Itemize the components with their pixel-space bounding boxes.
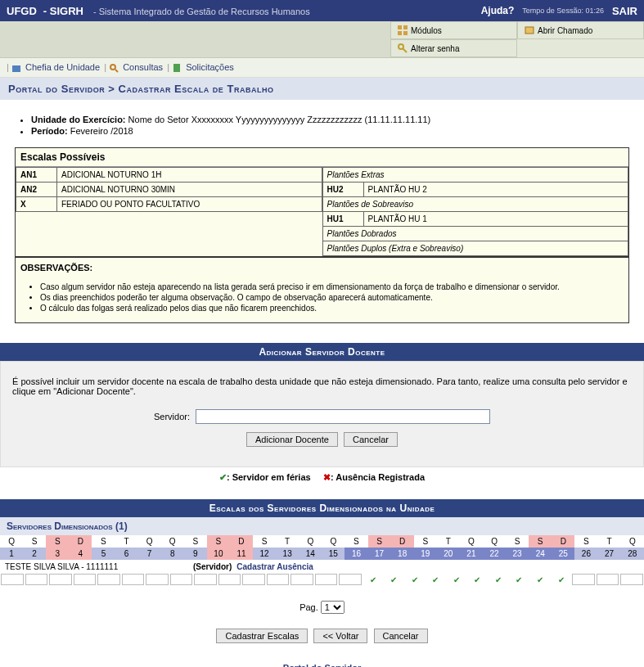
tab-solicitacoes[interactable]: Solicitações	[186, 62, 234, 72]
chefia-icon	[11, 63, 21, 73]
cancelar-docente-button[interactable]: Cancelar	[344, 432, 398, 447]
check-icon: ✔	[412, 575, 418, 584]
day-input-cell[interactable]	[146, 574, 169, 585]
logout-link[interactable]: SAIR	[612, 5, 637, 17]
modules-icon	[398, 25, 408, 35]
tab-consultas[interactable]: Consultas	[123, 62, 163, 72]
day-header: 19	[414, 548, 437, 560]
escala-desc: PLANTÃO HU 1	[363, 212, 628, 227]
escalas-right: Plantões ExtrasHU2PLANTÃO HU 2Plantões d…	[322, 167, 629, 256]
check-icon: ✔	[370, 575, 376, 584]
cadastrar-escalas-button[interactable]: Cadastrar Escalas	[216, 629, 308, 643]
obs-item: O cálculo das folgas será realizado pelo…	[40, 304, 620, 313]
session-time: Tempo de Sessão: 01:26	[522, 7, 604, 15]
weekday-header: T	[115, 535, 137, 548]
weekday-header: S	[253, 535, 276, 548]
obs-item: Os dias preenchidos poderão ter alguma o…	[40, 293, 620, 302]
institution: UFGD	[7, 5, 37, 17]
svg-rect-10	[12, 65, 20, 72]
cancelar-button[interactable]: Cancelar	[374, 629, 428, 643]
svg-line-12	[115, 70, 118, 72]
servidor-type-label: (Servidor)	[193, 562, 232, 571]
cadastrar-ausencia-link[interactable]: Cadastrar Ausência	[236, 562, 313, 571]
menu-alterar-senha[interactable]: Alterar senha	[390, 39, 517, 57]
day-input-cell[interactable]	[267, 574, 290, 585]
legend-ausencia: : Ausência Registrada	[331, 472, 425, 482]
day-header: 3	[46, 548, 69, 560]
day-input-cell[interactable]	[242, 574, 265, 585]
weekday-header: Q	[299, 535, 322, 548]
day-input-cell[interactable]	[170, 574, 193, 585]
key-icon	[398, 43, 408, 53]
weekday-header: S	[207, 535, 230, 548]
svg-rect-13	[173, 64, 180, 72]
day-input-cell[interactable]	[218, 574, 241, 585]
weekday-header: S	[529, 535, 552, 548]
obs-list: Caso algum servidor não esteja aparecend…	[16, 277, 628, 322]
day-input-cell[interactable]	[597, 574, 619, 585]
escala-desc: PLANTÃO HU 2	[363, 183, 628, 197]
day-header: 23	[506, 548, 529, 560]
top-bar: UFGD - SIGRH - Sistema Integrado de Gest…	[0, 0, 644, 21]
pag-select[interactable]: 1	[321, 601, 345, 614]
menu-modulos[interactable]: Módulos	[390, 21, 517, 39]
day-input-cell[interactable]	[25, 574, 48, 585]
adicionar-docente-button[interactable]: Adicionar Docente	[246, 432, 338, 447]
adicionar-text: É possível incluir um servidor docente n…	[12, 376, 632, 396]
ticket-icon	[525, 25, 534, 35]
day-input-cell[interactable]	[315, 574, 338, 585]
day-input-cell[interactable]	[339, 574, 362, 585]
day-header: 11	[230, 548, 253, 560]
svg-rect-0	[398, 25, 402, 29]
adicionar-header: Adicionar Servidor Docente	[0, 343, 644, 361]
svg-rect-2	[398, 31, 402, 35]
footer-portal-link[interactable]: Portal do Servidor	[0, 655, 644, 667]
escala-code: AN2	[16, 183, 57, 197]
day-input-cell[interactable]	[572, 574, 595, 585]
periodo-value: Fevereiro /2018	[70, 126, 133, 136]
calendar-table: QSSDSTQQSSDSTQQSSDSTQQSSDSTQ 12345678910…	[0, 535, 644, 560]
legend-ferias: : Servidor em férias	[227, 472, 311, 482]
weekday-header: S	[368, 535, 391, 548]
weekday-header: Q	[0, 535, 23, 548]
weekday-header: Q	[460, 535, 483, 548]
check-icon: ✔	[537, 575, 543, 584]
day-input-cell[interactable]	[1, 574, 24, 585]
menu-right: Módulos Abrir Chamado Alterar senha Menu…	[390, 21, 644, 57]
day-input-cell[interactable]	[97, 574, 120, 585]
day-header: 8	[161, 548, 184, 560]
check-icon: ✔	[432, 575, 439, 584]
servidor-input[interactable]	[196, 409, 490, 424]
svg-rect-3	[403, 31, 408, 35]
day-input-cell[interactable]	[122, 574, 145, 585]
weekday-header: T	[437, 535, 460, 548]
weekday-header: Q	[322, 535, 345, 548]
day-header: 5	[92, 548, 115, 560]
doc-icon	[172, 63, 182, 73]
info-list: Unidade do Exercício: Nome do Setor Xxxx…	[31, 115, 629, 136]
calendar-checks-row: ✔✔✔✔✔✔✔✔✔✔	[0, 574, 644, 586]
voltar-button[interactable]: << Voltar	[313, 629, 367, 643]
tab-chefia[interactable]: Chefia de Unidade	[25, 62, 100, 72]
day-input-cell[interactable]	[620, 574, 643, 585]
weekday-header: S	[92, 535, 115, 548]
day-input-cell[interactable]	[49, 574, 72, 585]
day-header: 25	[552, 548, 574, 560]
escala-desc: ADICIONAL NOTURNO 30MIN	[57, 183, 322, 197]
weekday-header: S	[574, 535, 597, 548]
weekday-header: D	[230, 535, 253, 548]
help-link[interactable]: Ajuda?	[481, 5, 515, 16]
day-header: 27	[597, 548, 620, 560]
weekday-header: D	[552, 535, 574, 548]
day-header: 26	[574, 548, 597, 560]
day-header: 20	[437, 548, 460, 560]
weekday-header: S	[506, 535, 529, 548]
menu-abrir-chamado[interactable]: Abrir Chamado	[517, 21, 644, 39]
check-icon: ✔	[495, 575, 502, 584]
weekday-header: S	[23, 535, 46, 548]
day-input-cell[interactable]	[290, 574, 313, 585]
day-input-cell[interactable]	[74, 574, 97, 585]
legend-bar: ✔: Servidor em férias ✖: Ausência Regist…	[0, 467, 644, 488]
day-input-cell[interactable]	[194, 574, 217, 585]
escalas-box: Escalas Possíveis AN1ADICIONAL NOTURNO 1…	[15, 147, 629, 257]
